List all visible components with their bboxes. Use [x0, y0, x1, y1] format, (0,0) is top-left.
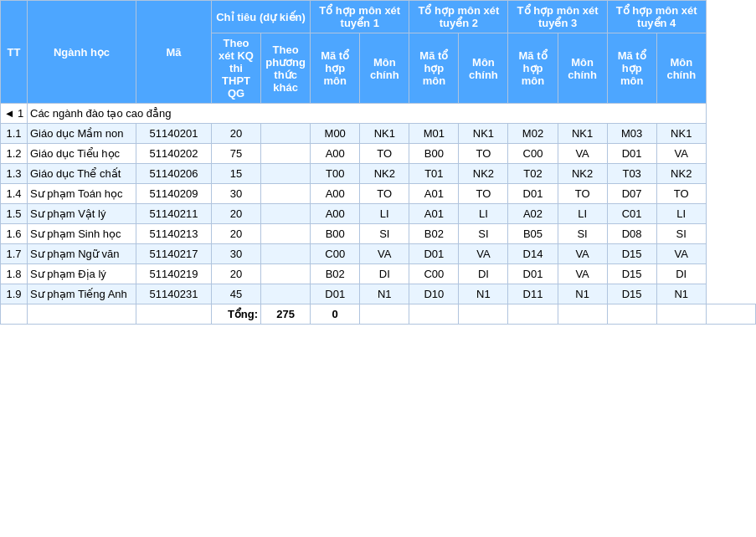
footer-total-kq: 275	[261, 304, 311, 325]
table-row: 1.5Sư phạm Vật lý5114021120A00LIA01LIA02…	[1, 204, 756, 224]
section-header-row: ◄ 1 Các ngành đào tạo cao đẳng	[1, 104, 756, 124]
table-row: 1.8Sư phạm Địa lý5114021920B02DIC00DID01…	[1, 264, 756, 284]
table-row: 1.3Giáo dục Thể chất5114020615T00NK2T01N…	[1, 164, 756, 184]
header-theo-pp: Theo phương thức khác	[261, 33, 311, 104]
header-tohop3: Tổ hợp môn xét tuyển 3	[508, 1, 607, 33]
header-tt: TT	[1, 1, 28, 104]
table-row: 1.2Giáo dục Tiểu học5114020275A00TOB00TO…	[1, 144, 756, 164]
header-mon2: Môn chính	[459, 33, 508, 104]
header-nganhhoc: Ngành học	[28, 1, 136, 104]
section-tt: ◄ 1	[1, 104, 28, 124]
header-mato2: Mã tổ hợp môn	[409, 33, 459, 104]
section-label: Các ngành đào tạo cao đẳng	[28, 104, 707, 124]
footer-row: Tổng:2750	[1, 304, 756, 325]
header-tohop4: Tổ hợp môn xét tuyển 4	[607, 1, 706, 33]
table-row: 1.1Giáo dục Mầm non5114020120M00NK1M01NK…	[1, 124, 756, 144]
header-mato1: Mã tổ hợp môn	[311, 33, 360, 104]
table-row: 1.7Sư phạm Ngữ văn5114021730C00VAD01VAD1…	[1, 244, 756, 264]
table-row: 1.9Sư phạm Tiếng Anh5114023145D01N1D10N1…	[1, 284, 756, 304]
header-tohop2: Tổ hợp môn xét tuyển 2	[409, 1, 508, 33]
header-chitieu: Chỉ tiêu (dự kiến)	[212, 1, 311, 33]
header-mon1: Môn chính	[360, 33, 409, 104]
header-mon3: Môn chính	[558, 33, 607, 104]
main-table-container: TT Ngành học Mã Chỉ tiêu (dự kiến) Tổ hợ…	[0, 0, 756, 325]
header-mato4: Mã tổ hợp môn	[607, 33, 656, 104]
header-mon4: Môn chính	[656, 33, 706, 104]
header-theo-kq: Theo xét KQ thi THPT QG	[212, 33, 261, 104]
admissions-table: TT Ngành học Mã Chỉ tiêu (dự kiến) Tổ hợ…	[0, 0, 756, 325]
header-tohop1: Tổ hợp môn xét tuyển 1	[311, 1, 409, 33]
footer-total-pp: 0	[311, 304, 360, 325]
footer-label: Tổng:	[212, 304, 261, 325]
header-mato3: Mã tổ hợp môn	[508, 33, 558, 104]
table-row: 1.6Sư phạm Sinh học5114021320B00SIB02SIB…	[1, 224, 756, 244]
header-ma: Mã	[136, 1, 212, 104]
table-row: 1.4Sư phạm Toán học5114020930A00TOA01TOD…	[1, 184, 756, 204]
